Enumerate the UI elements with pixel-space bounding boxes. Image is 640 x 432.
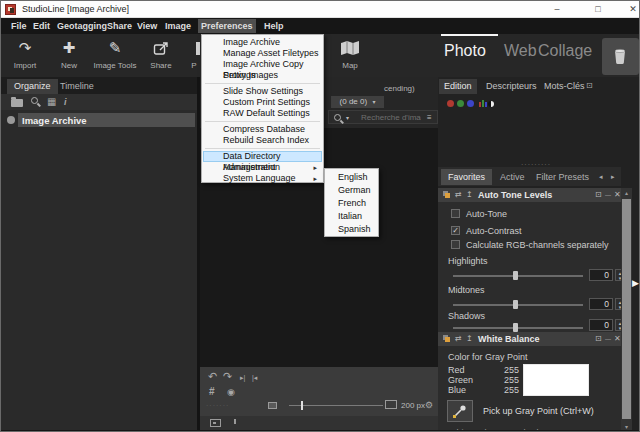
trash-button[interactable] (602, 38, 639, 75)
submenu-item-spanish[interactable]: Spanish (325, 223, 378, 236)
menu-item-raw-default-settings[interactable]: RAW Default Settings (203, 108, 322, 119)
scrollbar-thumb[interactable] (622, 199, 631, 419)
scroll-up-icon[interactable]: ▴ (621, 188, 632, 198)
blue-dot-icon[interactable] (467, 100, 474, 107)
menu-item-system-language[interactable]: System Language▸ (203, 173, 322, 184)
menu-item-proxy-images[interactable]: Proxy Images (203, 70, 322, 81)
tab-filter-presets[interactable]: Filter Presets (529, 169, 596, 185)
info-icon[interactable]: i (64, 97, 67, 107)
submenu-item-french[interactable]: French (325, 197, 378, 210)
tab-favorites[interactable]: Favorites (441, 169, 492, 185)
midtones-value[interactable]: 0 (589, 298, 613, 310)
white-balance-panel-header[interactable]: ⇄ ↥ White Balance ⊡ — ✕ (438, 332, 621, 346)
new-folder-icon[interactable] (11, 99, 23, 107)
menu-item-rebuild-search-index[interactable]: Rebuild Search Index (203, 135, 322, 146)
menu-image[interactable]: Image (162, 19, 194, 33)
menu-view[interactable]: View (134, 19, 160, 33)
import-button[interactable]: ↷ Import (3, 36, 47, 76)
menu-item-image-archive-copy-settings[interactable]: Image Archive Copy Settings (203, 59, 322, 70)
menu-item-image-archive[interactable]: Image Archive (203, 37, 322, 48)
dock-icon[interactable]: ⊡ (595, 332, 602, 346)
small-thumbnail-icon[interactable] (268, 402, 277, 409)
submenu-item-italian[interactable]: Italian (325, 210, 378, 223)
submenu-item-german[interactable]: German (325, 184, 378, 197)
close-panel-icon[interactable]: ✕ (614, 332, 621, 346)
tab-organize[interactable]: Organize (7, 79, 58, 94)
close-button[interactable]: ✕ (619, 1, 640, 17)
search-bar: ▾ ≡ (328, 110, 438, 124)
grid-view-icon[interactable]: ▦ (47, 97, 56, 107)
submenu-item-english[interactable]: English (325, 171, 378, 184)
tab-edition[interactable]: Edition (439, 79, 477, 94)
menu-item-compress-database[interactable]: Compress Database (203, 124, 322, 135)
scroll-tabs-right-icon[interactable]: ▸ (611, 172, 615, 182)
minimize-panel-icon[interactable]: — (605, 332, 611, 346)
auto-tone-checkbox[interactable] (451, 209, 460, 218)
auto-tone-panel-header[interactable]: ⇄ ↥ Auto Tone Levels ⊡ — ✕ (438, 188, 621, 202)
slider-thumb[interactable] (301, 401, 303, 410)
tab-mots-cles[interactable]: Mots-Clés (539, 79, 590, 94)
search-icon[interactable] (334, 114, 341, 121)
count-dropdown[interactable]: (0 de 0) ▾ (331, 96, 384, 108)
menu-item-data-directory-management[interactable]: Data Directory Management (203, 151, 322, 162)
menu-item-manage-asset-filetypes[interactable]: Manage Asset Filetypes (203, 48, 322, 59)
shadows-slider[interactable] (453, 327, 583, 329)
annotation-icon[interactable] (210, 419, 221, 427)
highlights-value[interactable]: 0 (589, 269, 613, 281)
menu-item-custom-print-settings[interactable]: Custom Print Settings (203, 97, 322, 108)
dock-icon[interactable]: ⊡ (595, 188, 602, 202)
tab-timeline[interactable]: Timeline (53, 79, 101, 94)
slider-thumb[interactable] (513, 300, 518, 309)
rotate-left-icon[interactable]: ↶ (208, 371, 217, 381)
crop-icon[interactable]: # (209, 387, 215, 397)
image-tools-button[interactable]: ✎ Image Tools (92, 36, 138, 76)
rgb-separate-checkbox[interactable] (451, 240, 460, 249)
search-menu-icon[interactable]: ≡ (427, 113, 432, 122)
slider-thumb[interactable] (513, 271, 518, 280)
menu-item-administration[interactable]: Administration▸ (203, 162, 322, 173)
search-options-arrow-icon[interactable]: ▾ (346, 114, 349, 121)
minimize-button[interactable]: – (543, 1, 571, 17)
scroll-tabs-left-icon[interactable]: ◂ (599, 172, 603, 182)
menu-edit[interactable]: Edit (30, 19, 53, 33)
auto-contrast-checkbox[interactable]: ✓ (451, 226, 460, 235)
collapse-panel-icon[interactable]: ▶ (632, 278, 639, 288)
midtones-slider[interactable] (453, 304, 583, 306)
flip-vertical-icon[interactable]: |◂ (252, 373, 257, 383)
highlights-slider[interactable] (453, 275, 583, 277)
minimize-panel-icon[interactable]: — (605, 188, 611, 202)
thumbnail-size-slider[interactable] (289, 405, 383, 406)
flip-horizontal-icon[interactable]: ▸| (240, 373, 245, 383)
shadows-value[interactable]: 0 (589, 319, 613, 331)
mode-tab-web[interactable]: Web (504, 42, 537, 60)
large-thumbnail-icon[interactable] (385, 400, 397, 409)
new-button[interactable]: ✚ New (47, 36, 91, 76)
pick-gray-point-button[interactable] (447, 400, 473, 422)
menu-preferences[interactable]: Preferences (198, 19, 256, 33)
menu-help[interactable]: Help (261, 19, 287, 33)
filter-icon[interactable] (230, 419, 236, 424)
gear-icon[interactable]: ⚙ (425, 400, 433, 410)
add-tab-icon[interactable]: ⊡ (586, 81, 593, 91)
red-dot-icon[interactable] (447, 100, 454, 107)
menu-separator (205, 148, 320, 149)
menu-file[interactable]: File (8, 19, 30, 33)
map-button[interactable]: Map (328, 36, 372, 76)
slider-thumb[interactable] (513, 323, 518, 332)
mode-tab-photo[interactable]: Photo (444, 42, 486, 60)
maximize-button[interactable]: □ (584, 1, 612, 17)
tab-active[interactable]: Active (493, 169, 532, 185)
menu-geotagging[interactable]: Geotagging (54, 19, 110, 33)
mode-tab-collage[interactable]: Collage (538, 42, 592, 60)
tree-item-image-archive[interactable]: Image Archive (22, 115, 87, 126)
search-icon[interactable] (31, 97, 38, 104)
menu-item-slide-show-settings[interactable]: Slide Show Settings (203, 86, 322, 97)
menu-share[interactable]: Share (104, 19, 135, 33)
close-panel-icon[interactable]: ✕ (614, 188, 621, 202)
tab-descripteurs[interactable]: Descripteurs (481, 79, 542, 94)
green-dot-icon[interactable] (457, 100, 464, 107)
share-button[interactable]: Share (139, 36, 183, 76)
eye-icon[interactable]: ◉ (227, 387, 235, 397)
rotate-right-icon[interactable]: ↷ (223, 371, 232, 381)
search-input[interactable] (359, 112, 423, 123)
